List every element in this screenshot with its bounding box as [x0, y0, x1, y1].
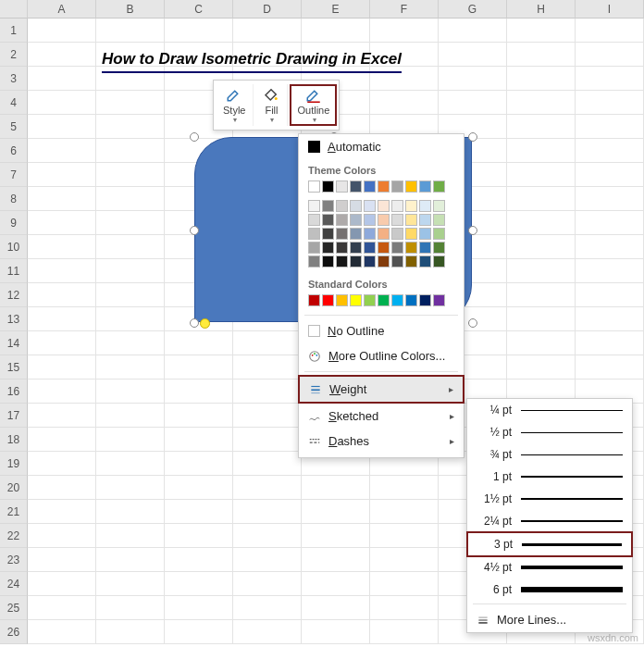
color-swatch[interactable]: [391, 214, 403, 226]
cell[interactable]: [370, 524, 439, 548]
cell[interactable]: [96, 355, 165, 379]
color-swatch[interactable]: [391, 228, 403, 240]
color-swatch[interactable]: [433, 200, 445, 212]
cell[interactable]: [28, 596, 96, 620]
cell[interactable]: [28, 379, 96, 404]
color-swatch[interactable]: [405, 180, 417, 193]
col-header[interactable]: G: [439, 0, 507, 19]
cell[interactable]: [507, 115, 576, 139]
cell[interactable]: [96, 331, 165, 355]
col-header[interactable]: I: [576, 0, 644, 19]
cell[interactable]: [28, 163, 96, 187]
color-swatch[interactable]: [336, 242, 348, 254]
cell[interactable]: [507, 211, 576, 235]
cell[interactable]: [576, 19, 644, 43]
cell[interactable]: [507, 307, 576, 331]
cell[interactable]: [165, 404, 233, 428]
row-header[interactable]: 22: [0, 524, 28, 548]
more-outline-colors-option[interactable]: More Outline Colors...: [299, 343, 464, 368]
cell[interactable]: [96, 235, 165, 259]
cell[interactable]: [28, 307, 96, 331]
color-swatch[interactable]: [364, 228, 376, 240]
row-header[interactable]: 10: [0, 235, 28, 259]
col-header[interactable]: C: [165, 0, 233, 19]
cell[interactable]: [370, 572, 439, 596]
color-swatch[interactable]: [336, 180, 348, 193]
cell[interactable]: [28, 404, 96, 428]
cell[interactable]: [165, 452, 233, 476]
row-header[interactable]: 25: [0, 596, 28, 620]
row-header[interactable]: 17: [0, 404, 28, 428]
cell[interactable]: [96, 163, 165, 187]
row-header[interactable]: 15: [0, 355, 28, 379]
cell[interactable]: [233, 428, 302, 452]
cell[interactable]: [28, 500, 96, 524]
color-swatch[interactable]: [350, 180, 362, 193]
cell[interactable]: [233, 355, 302, 379]
cell[interactable]: [165, 596, 233, 620]
color-swatch[interactable]: [391, 180, 403, 193]
cell[interactable]: [96, 524, 165, 548]
color-swatch[interactable]: [391, 200, 403, 212]
cell[interactable]: [28, 115, 96, 139]
cell[interactable]: [302, 476, 370, 500]
color-swatch[interactable]: [308, 214, 320, 226]
cell[interactable]: [28, 548, 96, 572]
row-header[interactable]: 16: [0, 379, 28, 404]
row-header[interactable]: 5: [0, 115, 28, 139]
weight-option-1½pt[interactable]: 1½ pt: [467, 488, 632, 510]
cell[interactable]: [233, 331, 302, 355]
cell[interactable]: [96, 452, 165, 476]
resize-handle[interactable]: [468, 132, 477, 142]
row-header[interactable]: 12: [0, 283, 28, 307]
cell[interactable]: [96, 187, 165, 211]
color-swatch[interactable]: [419, 180, 431, 193]
color-swatch[interactable]: [336, 228, 348, 240]
dashes-option[interactable]: Dashes ▸: [299, 429, 464, 454]
cell[interactable]: [28, 235, 96, 259]
cell[interactable]: [302, 548, 370, 572]
cell[interactable]: [28, 139, 96, 163]
cell[interactable]: [576, 259, 644, 283]
cell[interactable]: [233, 452, 302, 476]
col-header[interactable]: F: [370, 0, 439, 19]
row-header[interactable]: 23: [0, 548, 28, 572]
cell[interactable]: [165, 331, 233, 355]
automatic-option[interactable]: Automatic: [299, 134, 464, 159]
cell[interactable]: [507, 283, 576, 307]
row-header[interactable]: 18: [0, 428, 28, 452]
color-swatch[interactable]: [433, 255, 445, 268]
cell[interactable]: [507, 235, 576, 259]
cell[interactable]: [96, 404, 165, 428]
color-swatch[interactable]: [308, 200, 320, 212]
row-header[interactable]: 7: [0, 163, 28, 187]
cell[interactable]: [576, 67, 644, 91]
cell[interactable]: [28, 572, 96, 596]
color-swatch[interactable]: [391, 242, 403, 254]
cell[interactable]: [576, 187, 644, 211]
cell[interactable]: [28, 476, 96, 500]
cell[interactable]: [576, 331, 644, 355]
cell[interactable]: [576, 355, 644, 379]
cell[interactable]: [576, 43, 644, 67]
sketched-option[interactable]: Sketched ▸: [299, 404, 464, 429]
weight-option-½pt[interactable]: ½ pt: [467, 421, 632, 443]
color-swatch[interactable]: [322, 242, 334, 254]
color-swatch[interactable]: [378, 294, 390, 306]
color-swatch[interactable]: [433, 294, 445, 306]
cell[interactable]: [576, 91, 644, 115]
color-swatch[interactable]: [405, 228, 417, 240]
cell[interactable]: [96, 548, 165, 572]
color-swatch[interactable]: [336, 294, 348, 306]
cell[interactable]: [370, 548, 439, 572]
cell[interactable]: [96, 283, 165, 307]
cell[interactable]: [165, 19, 233, 43]
cell[interactable]: [576, 163, 644, 187]
cell[interactable]: [96, 428, 165, 452]
cell[interactable]: [302, 596, 370, 620]
cell[interactable]: [165, 572, 233, 596]
color-swatch[interactable]: [322, 228, 334, 240]
cell[interactable]: [233, 404, 302, 428]
weight-option-4½pt[interactable]: 4½ pt: [467, 556, 632, 579]
cell[interactable]: [28, 355, 96, 379]
